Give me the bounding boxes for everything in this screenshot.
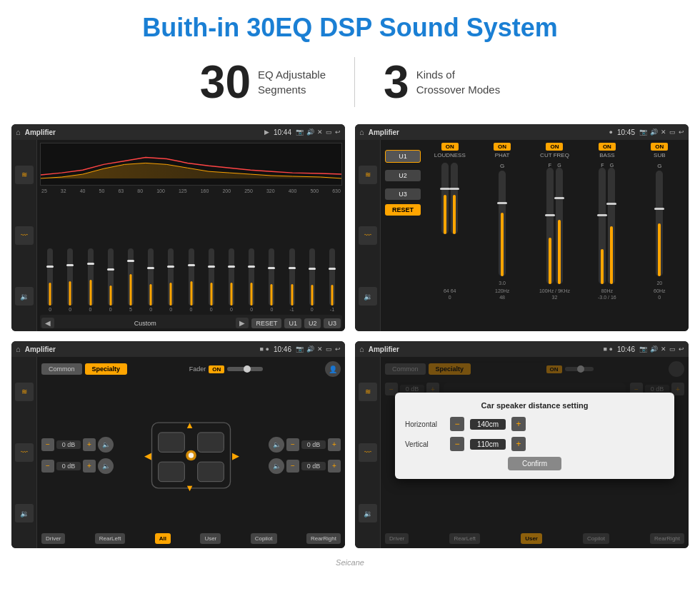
eq-slider-15[interactable]: -1 [324, 248, 341, 312]
wave-icon[interactable]: 〰 [15, 226, 34, 245]
left-top-plus[interactable]: + [83, 438, 96, 451]
bass-on-badge[interactable]: ON [599, 143, 616, 151]
vol-icon-4[interactable]: 🔉 [359, 504, 377, 522]
u1-select-btn[interactable]: U1 [385, 150, 421, 163]
eq-slider-5[interactable]: 5 [122, 248, 139, 312]
fader-on-badge[interactable]: ON [209, 365, 224, 373]
sub-on-badge[interactable]: ON [651, 143, 668, 151]
freq-labels: 25 32 40 50 63 80 100 125 160 200 250 32… [40, 188, 342, 193]
tab-common[interactable]: Common [41, 363, 82, 375]
vertical-minus[interactable]: − [450, 437, 464, 451]
eq-slider-11[interactable]: 0 [243, 248, 260, 312]
stats-row: 30 EQ AdjustableSegments 3 Kinds ofCross… [0, 50, 700, 120]
s4-driver-btn[interactable]: Driver [385, 533, 409, 544]
home-icon-4[interactable]: ⌂ [359, 345, 364, 353]
eq-reset-btn[interactable]: RESET [251, 318, 281, 328]
back-icon-3[interactable]: ↩ [335, 345, 341, 353]
fader-track[interactable] [227, 367, 263, 371]
screen1-time: 10:44 [274, 128, 291, 136]
close-icon-2[interactable]: ✕ [661, 128, 666, 136]
s4-copilot-btn[interactable]: Copilot [583, 533, 609, 544]
u3-select-btn[interactable]: U3 [385, 188, 421, 200]
close-icon-4[interactable]: ✕ [661, 345, 666, 353]
s4-rear-right-btn[interactable]: RearRight [650, 533, 684, 544]
tab-specialty[interactable]: Specialty [85, 363, 128, 375]
wave-icon-3[interactable]: 〰 [15, 443, 34, 462]
phat-on-badge[interactable]: ON [494, 143, 511, 151]
s4-rear-left-btn[interactable]: RearLeft [449, 533, 480, 544]
home-icon-2[interactable]: ⌂ [359, 128, 364, 136]
home-icon-3[interactable]: ⌂ [16, 345, 21, 353]
bass-slider-f[interactable] [599, 168, 606, 284]
s4-user-btn[interactable]: User [521, 533, 542, 544]
horizontal-minus[interactable]: − [450, 417, 464, 431]
eq-u2-btn[interactable]: U2 [304, 318, 321, 328]
crossover-reset-btn[interactable]: RESET [385, 204, 421, 216]
eq-icon-4[interactable]: ≋ [359, 383, 377, 401]
right-bottom-minus[interactable]: − [286, 460, 299, 473]
home-icon[interactable]: ⌂ [16, 128, 21, 136]
eq-slider-2[interactable]: 0 [61, 248, 79, 312]
eq-slider-1[interactable]: 0 [41, 248, 59, 312]
back-icon-4[interactable]: ↩ [679, 345, 684, 353]
eq-icon-3[interactable]: ≋ [15, 383, 34, 401]
vol-icon-2[interactable]: 🔉 [359, 287, 377, 306]
all-btn[interactable]: All [155, 533, 171, 544]
copilot-btn[interactable]: Copilot [251, 533, 277, 544]
vol-down-icon[interactable]: 🔉 [15, 287, 34, 306]
user-btn[interactable]: User [200, 533, 221, 544]
cutfreq-slider-g[interactable] [556, 168, 563, 284]
wave-icon-4[interactable]: 〰 [359, 443, 377, 462]
phat-slider[interactable] [499, 171, 506, 276]
horizontal-plus[interactable]: + [511, 417, 526, 431]
window-icon-3: ▭ [326, 345, 332, 353]
screen3-time: 10:46 [274, 345, 291, 353]
left-bottom-minus[interactable]: − [41, 460, 54, 473]
eq-slider-12[interactable]: 0 [263, 248, 280, 312]
wave-icon-2[interactable]: 〰 [359, 226, 377, 245]
eq-slider-8[interactable]: 0 [182, 248, 199, 312]
eq-slider-13[interactable]: -1 [283, 248, 300, 312]
eq-slider-6[interactable]: 0 [142, 248, 159, 312]
close-icon-3[interactable]: ✕ [317, 345, 323, 353]
loudness-on-badge[interactable]: ON [441, 143, 459, 151]
eq-u1-btn[interactable]: U1 [284, 318, 301, 328]
svg-text:◀: ◀ [144, 450, 151, 460]
left-top-minus[interactable]: − [41, 438, 54, 451]
rear-right-btn[interactable]: RearRight [306, 533, 341, 544]
loudness-slider-l[interactable] [441, 163, 449, 234]
eq-u3-btn[interactable]: U3 [324, 318, 341, 328]
eq-prev-btn[interactable]: ◀ [41, 318, 54, 328]
stat-eq: 30 EQ AdjustableSegments [171, 59, 354, 105]
rear-left-btn[interactable]: RearLeft [95, 533, 126, 544]
driver-btn[interactable]: Driver [41, 533, 65, 544]
eq-icon-2[interactable]: ≋ [359, 166, 377, 184]
eq-slider-7[interactable]: 0 [162, 248, 179, 312]
eq-next-btn[interactable]: ▶ [236, 318, 249, 328]
svg-rect-4 [198, 462, 224, 482]
bass-slider-g[interactable] [608, 168, 615, 284]
eq-slider-10[interactable]: 0 [223, 248, 240, 312]
back-icon-2[interactable]: ↩ [679, 128, 684, 136]
right-top-minus[interactable]: − [286, 438, 299, 451]
cutfreq-on-badge[interactable]: ON [546, 143, 563, 151]
eq-slider-3[interactable]: 0 [81, 248, 99, 312]
screen3-title: Amplifier [25, 345, 256, 353]
eq-icon[interactable]: ≋ [15, 166, 34, 184]
cutfreq-slider-f[interactable] [546, 168, 554, 284]
eq-slider-14[interactable]: 0 [304, 248, 321, 312]
u2-select-btn[interactable]: U2 [385, 170, 421, 181]
left-bottom-plus[interactable]: + [83, 460, 96, 473]
back-icon[interactable]: ↩ [335, 128, 341, 136]
sub-slider[interactable] [656, 171, 663, 276]
right-top-plus[interactable]: + [328, 438, 341, 451]
eq-slider-4[interactable]: 0 [102, 248, 119, 312]
right-bottom-plus[interactable]: + [328, 460, 341, 473]
close-icon[interactable]: ✕ [317, 128, 323, 136]
vol-icon-3[interactable]: 🔉 [15, 504, 34, 522]
vertical-plus[interactable]: + [511, 437, 526, 451]
loudness-slider-r[interactable] [451, 163, 458, 234]
eq-slider-9[interactable]: 0 [203, 248, 220, 312]
confirm-button[interactable]: Confirm [508, 457, 561, 470]
left-top-db-val: 0 dB [56, 440, 81, 449]
